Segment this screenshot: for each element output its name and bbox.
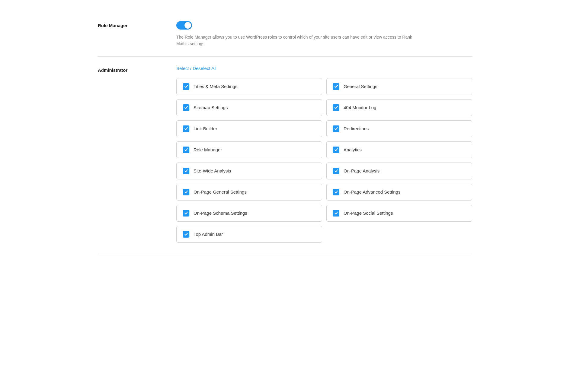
checkbox-item-role-manager[interactable]: Role Manager [176,141,322,158]
select-deselect-link[interactable]: Select / Deselect All [176,66,216,71]
bottom-divider [98,255,472,255]
checkbox-label-site-wide-analysis: Site-Wide Analysis [194,168,231,173]
checkbox-icon-link-builder [183,125,189,132]
checkbox-icon-on-page-social [333,210,339,217]
checkbox-item-link-builder[interactable]: Link Builder [176,120,322,137]
checkbox-item-on-page-social[interactable]: On-Page Social Settings [326,205,472,222]
checkbox-icon-titles-meta [183,83,189,90]
checkbox-icon-404-monitor [333,104,339,111]
checkbox-label-on-page-social: On-Page Social Settings [344,210,393,216]
checkbox-icon-top-admin-bar [183,231,189,238]
checkbox-label-on-page-general: On-Page General Settings [194,189,247,194]
checkbox-label-sitemap-settings: Sitemap Settings [194,105,228,110]
role-manager-section: Role Manager The Role Manager allows you… [98,12,472,57]
checkbox-icon-on-page-analysis [333,168,339,174]
checkbox-icon-on-page-advanced [333,189,339,195]
checkbox-label-on-page-advanced: On-Page Advanced Settings [344,189,400,194]
role-manager-content: The Role Manager allows you to use WordP… [176,21,472,47]
checkbox-grid: Titles & Meta Settings General Settings … [176,78,472,243]
checkbox-item-sitemap-settings[interactable]: Sitemap Settings [176,99,322,116]
administrator-content: Select / Deselect All Titles & Meta Sett… [176,66,472,243]
checkbox-label-redirections: Redirections [344,126,369,131]
checkbox-icon-role-manager [183,147,189,153]
checkbox-label-404-monitor: 404 Monitor Log [344,105,376,110]
checkbox-item-on-page-advanced[interactable]: On-Page Advanced Settings [326,184,472,201]
checkbox-item-general-settings[interactable]: General Settings [326,78,472,95]
checkbox-item-redirections[interactable]: Redirections [326,120,472,137]
checkbox-label-link-builder: Link Builder [194,126,217,131]
checkbox-item-site-wide-analysis[interactable]: Site-Wide Analysis [176,163,322,179]
checkbox-label-role-manager: Role Manager [194,147,222,152]
checkbox-item-404-monitor[interactable]: 404 Monitor Log [326,99,472,116]
administrator-label: Administrator [98,66,176,73]
administrator-section: Administrator Select / Deselect All Titl… [98,57,472,252]
role-manager-description: The Role Manager allows you to use WordP… [176,34,424,47]
checkbox-label-general-settings: General Settings [344,84,377,89]
page-container: Role Manager The Role Manager allows you… [86,0,484,267]
toggle-wrapper [176,21,472,30]
checkbox-label-top-admin-bar: Top Admin Bar [194,232,223,237]
checkbox-icon-redirections [333,125,339,132]
checkbox-item-top-admin-bar[interactable]: Top Admin Bar [176,226,322,243]
checkbox-icon-site-wide-analysis [183,168,189,174]
checkbox-item-titles-meta[interactable]: Titles & Meta Settings [176,78,322,95]
checkbox-label-on-page-analysis: On-Page Analysis [344,168,379,173]
checkbox-icon-general-settings [333,83,339,90]
checkbox-label-titles-meta: Titles & Meta Settings [194,84,237,89]
checkbox-icon-analytics [333,147,339,153]
toggle-slider [176,21,192,30]
checkbox-icon-sitemap-settings [183,104,189,111]
checkbox-item-on-page-general[interactable]: On-Page General Settings [176,184,322,201]
role-manager-toggle[interactable] [176,21,192,30]
checkbox-item-on-page-schema[interactable]: On-Page Schema Settings [176,205,322,222]
checkbox-icon-on-page-general [183,189,189,195]
role-manager-label: Role Manager [98,21,176,28]
checkbox-label-analytics: Analytics [344,147,362,152]
checkbox-label-on-page-schema: On-Page Schema Settings [194,210,247,216]
checkbox-item-on-page-analysis[interactable]: On-Page Analysis [326,163,472,179]
checkbox-icon-on-page-schema [183,210,189,217]
checkbox-item-analytics[interactable]: Analytics [326,141,472,158]
